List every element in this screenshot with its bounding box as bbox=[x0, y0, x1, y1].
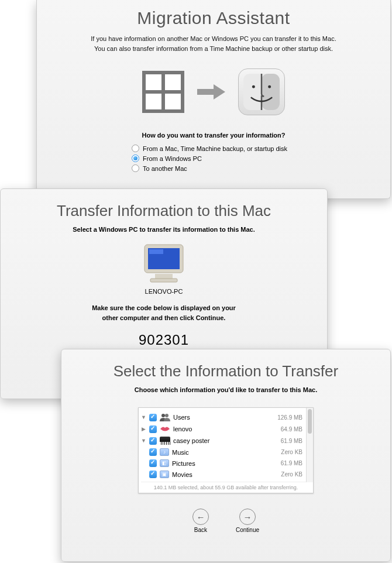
movies-folder-icon: ▣ bbox=[160, 471, 169, 478]
migration-assistant-panel: Migration Assistant If you have informat… bbox=[36, 0, 391, 199]
svg-point-10 bbox=[165, 414, 169, 417]
disclosure-icon[interactable]: ▼ bbox=[141, 438, 146, 444]
disclosure-icon[interactable]: ▶ bbox=[141, 426, 146, 432]
item-label: lenovo bbox=[173, 425, 278, 432]
checkbox[interactable] bbox=[149, 425, 157, 433]
arrow-right-icon bbox=[197, 83, 225, 101]
item-size: 64.9 MB bbox=[281, 426, 302, 432]
panel3-title: Select the Information to Transfer bbox=[61, 362, 390, 380]
item-size: 61.9 MB bbox=[281, 438, 302, 444]
svg-rect-6 bbox=[149, 249, 163, 254]
arrow-left-icon: ← bbox=[192, 509, 209, 525]
checkbox[interactable] bbox=[149, 437, 157, 445]
select-info-panel: Select the Information to Transfer Choos… bbox=[61, 349, 391, 562]
item-label: casey poster bbox=[173, 437, 278, 444]
svg-rect-7 bbox=[155, 274, 173, 279]
users-icon bbox=[160, 413, 170, 421]
radio-icon bbox=[132, 155, 139, 162]
list-item-casey[interactable]: ▼ casey poster 61.9 MB bbox=[141, 435, 311, 447]
svg-point-2 bbox=[252, 85, 255, 88]
item-size: 61.9 MB bbox=[281, 460, 302, 466]
finder-icon bbox=[238, 68, 285, 115]
list-item-pictures[interactable]: ◧ Pictures 61.9 MB bbox=[141, 458, 311, 469]
radio-icon bbox=[132, 145, 139, 152]
list-item-lenovo[interactable]: ▶ lenovo 64.9 MB bbox=[141, 423, 311, 435]
transfer-items-list: ▼ Users 126.9 MB ▶ lenovo 64.9 MB ▼ case… bbox=[138, 407, 314, 493]
panel1-title: Migration Assistant bbox=[37, 8, 390, 28]
checkbox[interactable] bbox=[149, 459, 157, 467]
checkbox[interactable] bbox=[149, 414, 157, 421]
nav-buttons: ← Back → Continue bbox=[61, 509, 390, 533]
code-instruction: Make sure the code below is displayed on… bbox=[1, 303, 327, 322]
option-to-another-mac[interactable]: To another Mac bbox=[132, 163, 295, 173]
radio-icon bbox=[132, 164, 139, 172]
list-item-movies[interactable]: ▣ Movies Zero KB bbox=[141, 469, 311, 480]
svg-point-3 bbox=[268, 85, 271, 88]
item-label: Users bbox=[173, 414, 274, 421]
pc-name-label: LENOVO-PC bbox=[1, 288, 327, 295]
item-size: 126.9 MB bbox=[277, 414, 302, 421]
option-windows-pc[interactable]: From a Windows PC bbox=[132, 153, 295, 163]
panel1-subtitle: If you have information on another Mac o… bbox=[37, 34, 390, 53]
checkbox[interactable] bbox=[149, 448, 157, 456]
list-item-music[interactable]: ♪ Music Zero KB bbox=[141, 447, 311, 458]
pictures-folder-icon: ◧ bbox=[160, 459, 169, 467]
lips-avatar-icon bbox=[160, 425, 170, 433]
scroll-thumb[interactable] bbox=[308, 409, 312, 434]
arrow-right-icon: → bbox=[239, 509, 256, 525]
transfer-graphic bbox=[37, 68, 390, 115]
selection-summary: 140.1 MB selected, about 55.9 GB availab… bbox=[141, 482, 311, 492]
panel2-subtitle: Select a Windows PC to transfer its info… bbox=[1, 226, 327, 233]
svg-point-9 bbox=[161, 414, 165, 417]
scrollbar[interactable] bbox=[306, 408, 313, 482]
piano-avatar-icon bbox=[160, 437, 170, 445]
svg-rect-1 bbox=[262, 74, 280, 110]
disclosure-icon[interactable]: ▼ bbox=[141, 414, 146, 420]
item-label: Pictures bbox=[172, 460, 278, 467]
pairing-code: 902301 bbox=[1, 332, 327, 348]
option-mac-timemachine[interactable]: From a Mac, Time Machine backup, or star… bbox=[132, 143, 295, 153]
item-label: Music bbox=[172, 449, 278, 456]
back-button[interactable]: ← Back bbox=[192, 509, 209, 533]
panel2-title: Transfer Information to this Mac bbox=[1, 202, 327, 220]
music-folder-icon: ♪ bbox=[160, 448, 169, 456]
item-label: Movies bbox=[172, 471, 278, 478]
source-pc[interactable]: LENOVO-PC bbox=[1, 243, 327, 295]
pc-monitor-icon bbox=[141, 243, 187, 287]
transfer-prompt: How do you want to transfer your informa… bbox=[37, 132, 390, 139]
svg-rect-8 bbox=[150, 279, 177, 282]
item-size: Zero KB bbox=[281, 449, 302, 455]
transfer-options: From a Mac, Time Machine backup, or star… bbox=[132, 143, 295, 173]
checkbox[interactable] bbox=[149, 471, 157, 478]
continue-button[interactable]: → Continue bbox=[236, 509, 259, 533]
item-size: Zero KB bbox=[281, 471, 302, 478]
window-icon bbox=[142, 71, 184, 113]
panel3-subtitle: Choose which information you'd like to t… bbox=[61, 386, 390, 393]
list-item-users[interactable]: ▼ Users 126.9 MB bbox=[141, 411, 311, 423]
